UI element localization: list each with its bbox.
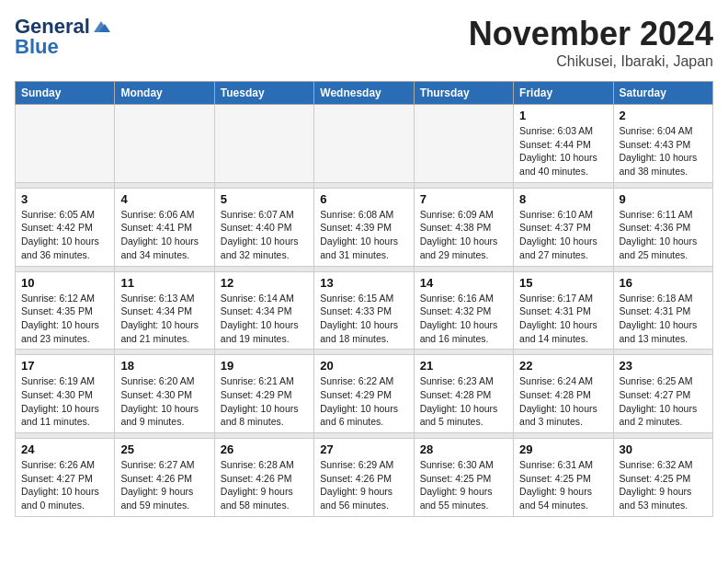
day-info: Sunrise: 6:21 AM Sunset: 4:29 PM Dayligh… xyxy=(221,374,308,429)
day-info: Sunrise: 6:07 AM Sunset: 4:40 PM Dayligh… xyxy=(221,208,308,262)
day-number: 12 xyxy=(221,276,308,290)
day-info: Sunrise: 6:13 AM Sunset: 4:34 PM Dayligh… xyxy=(120,292,208,346)
logo-blue-text: Blue xyxy=(15,35,59,59)
day-number: 17 xyxy=(21,359,108,373)
calendar-cell: 15Sunrise: 6:17 AM Sunset: 4:31 PM Dayli… xyxy=(514,271,613,350)
day-info: Sunrise: 6:14 AM Sunset: 4:34 PM Dayligh… xyxy=(221,292,308,346)
weekday-header: Monday xyxy=(115,82,214,105)
day-info: Sunrise: 6:30 AM Sunset: 4:25 PM Dayligh… xyxy=(420,458,507,512)
day-number: 6 xyxy=(320,192,407,206)
calendar-cell: 3Sunrise: 6:05 AM Sunset: 4:42 PM Daylig… xyxy=(16,188,115,266)
day-number: 9 xyxy=(620,192,707,206)
calendar-cell: 17Sunrise: 6:19 AM Sunset: 4:30 PM Dayli… xyxy=(16,355,115,433)
calendar-cell xyxy=(115,105,214,183)
day-info: Sunrise: 6:28 AM Sunset: 4:26 PM Dayligh… xyxy=(221,458,308,512)
day-number: 26 xyxy=(221,442,308,456)
calendar-cell: 21Sunrise: 6:23 AM Sunset: 4:28 PM Dayli… xyxy=(414,355,513,433)
calendar-cell: 26Sunrise: 6:28 AM Sunset: 4:26 PM Dayli… xyxy=(214,439,313,517)
calendar-header-row: SundayMondayTuesdayWednesdayThursdayFrid… xyxy=(16,82,713,105)
calendar-cell: 11Sunrise: 6:13 AM Sunset: 4:34 PM Dayli… xyxy=(115,271,214,350)
day-info: Sunrise: 6:25 AM Sunset: 4:27 PM Dayligh… xyxy=(620,374,707,429)
day-number: 13 xyxy=(320,276,407,290)
day-info: Sunrise: 6:15 AM Sunset: 4:33 PM Dayligh… xyxy=(320,292,407,346)
day-number: 8 xyxy=(519,192,607,206)
calendar-cell: 25Sunrise: 6:27 AM Sunset: 4:26 PM Dayli… xyxy=(115,439,214,517)
calendar-cell xyxy=(414,105,513,183)
calendar-cell: 18Sunrise: 6:20 AM Sunset: 4:30 PM Dayli… xyxy=(115,355,214,433)
calendar-cell: 8Sunrise: 6:10 AM Sunset: 4:37 PM Daylig… xyxy=(514,188,613,266)
calendar-cell: 28Sunrise: 6:30 AM Sunset: 4:25 PM Dayli… xyxy=(414,439,513,517)
day-info: Sunrise: 6:03 AM Sunset: 4:44 PM Dayligh… xyxy=(519,124,607,178)
calendar-cell xyxy=(314,105,414,183)
logo: General Blue xyxy=(15,15,110,59)
day-number: 7 xyxy=(420,192,507,206)
day-number: 24 xyxy=(21,442,108,456)
calendar-week-row: 3Sunrise: 6:05 AM Sunset: 4:42 PM Daylig… xyxy=(16,188,713,266)
calendar-cell: 6Sunrise: 6:08 AM Sunset: 4:39 PM Daylig… xyxy=(314,188,414,266)
day-number: 5 xyxy=(221,192,308,206)
day-number: 23 xyxy=(620,359,707,373)
calendar-table: SundayMondayTuesdayWednesdayThursdayFrid… xyxy=(15,81,713,517)
weekday-header: Wednesday xyxy=(314,82,414,105)
calendar-cell: 4Sunrise: 6:06 AM Sunset: 4:41 PM Daylig… xyxy=(115,188,214,266)
calendar-cell: 9Sunrise: 6:11 AM Sunset: 4:36 PM Daylig… xyxy=(613,188,712,266)
day-info: Sunrise: 6:17 AM Sunset: 4:31 PM Dayligh… xyxy=(519,292,607,346)
day-number: 11 xyxy=(120,276,208,290)
calendar-cell xyxy=(16,105,115,183)
logo-icon xyxy=(92,19,110,34)
day-number: 14 xyxy=(420,276,507,290)
day-info: Sunrise: 6:04 AM Sunset: 4:43 PM Dayligh… xyxy=(620,124,707,178)
day-number: 27 xyxy=(320,442,407,456)
calendar-cell: 16Sunrise: 6:18 AM Sunset: 4:31 PM Dayli… xyxy=(613,271,712,350)
day-info: Sunrise: 6:10 AM Sunset: 4:37 PM Dayligh… xyxy=(519,208,607,262)
location: Chikusei, Ibaraki, Japan xyxy=(469,53,713,70)
calendar-cell: 20Sunrise: 6:22 AM Sunset: 4:29 PM Dayli… xyxy=(314,355,414,433)
calendar-cell: 12Sunrise: 6:14 AM Sunset: 4:34 PM Dayli… xyxy=(214,271,313,350)
day-number: 2 xyxy=(620,109,707,122)
calendar-cell: 5Sunrise: 6:07 AM Sunset: 4:40 PM Daylig… xyxy=(214,188,313,266)
calendar-cell: 24Sunrise: 6:26 AM Sunset: 4:27 PM Dayli… xyxy=(16,439,115,517)
day-info: Sunrise: 6:27 AM Sunset: 4:26 PM Dayligh… xyxy=(120,458,208,512)
weekday-header: Thursday xyxy=(414,82,513,105)
day-number: 3 xyxy=(21,192,108,206)
calendar-cell: 14Sunrise: 6:16 AM Sunset: 4:32 PM Dayli… xyxy=(414,271,513,350)
weekday-header: Friday xyxy=(514,82,613,105)
calendar-cell: 1Sunrise: 6:03 AM Sunset: 4:44 PM Daylig… xyxy=(514,105,613,183)
month-title: November 2024 xyxy=(469,15,713,53)
day-number: 29 xyxy=(519,442,607,456)
day-info: Sunrise: 6:19 AM Sunset: 4:30 PM Dayligh… xyxy=(21,374,108,429)
weekday-header: Sunday xyxy=(16,82,115,105)
calendar-cell xyxy=(214,105,313,183)
calendar-cell: 29Sunrise: 6:31 AM Sunset: 4:25 PM Dayli… xyxy=(514,439,613,517)
day-number: 28 xyxy=(420,442,507,456)
day-info: Sunrise: 6:09 AM Sunset: 4:38 PM Dayligh… xyxy=(420,208,507,262)
day-number: 25 xyxy=(120,442,208,456)
day-number: 22 xyxy=(519,359,607,373)
day-info: Sunrise: 6:12 AM Sunset: 4:35 PM Dayligh… xyxy=(21,292,108,346)
day-number: 4 xyxy=(120,192,208,206)
day-info: Sunrise: 6:29 AM Sunset: 4:26 PM Dayligh… xyxy=(320,458,407,512)
calendar-week-row: 17Sunrise: 6:19 AM Sunset: 4:30 PM Dayli… xyxy=(16,355,713,433)
day-info: Sunrise: 6:18 AM Sunset: 4:31 PM Dayligh… xyxy=(620,292,707,346)
weekday-header: Saturday xyxy=(613,82,712,105)
day-info: Sunrise: 6:24 AM Sunset: 4:28 PM Dayligh… xyxy=(519,374,607,429)
day-number: 15 xyxy=(519,276,607,290)
day-info: Sunrise: 6:22 AM Sunset: 4:29 PM Dayligh… xyxy=(320,374,407,429)
day-number: 16 xyxy=(620,276,707,290)
day-info: Sunrise: 6:11 AM Sunset: 4:36 PM Dayligh… xyxy=(620,208,707,262)
calendar-cell: 13Sunrise: 6:15 AM Sunset: 4:33 PM Dayli… xyxy=(314,271,414,350)
day-info: Sunrise: 6:32 AM Sunset: 4:25 PM Dayligh… xyxy=(620,458,707,512)
weekday-header: Tuesday xyxy=(214,82,313,105)
day-info: Sunrise: 6:26 AM Sunset: 4:27 PM Dayligh… xyxy=(21,458,108,512)
calendar-week-row: 1Sunrise: 6:03 AM Sunset: 4:44 PM Daylig… xyxy=(16,105,713,183)
day-number: 10 xyxy=(21,276,108,290)
day-number: 1 xyxy=(519,109,607,122)
day-info: Sunrise: 6:31 AM Sunset: 4:25 PM Dayligh… xyxy=(519,458,607,512)
calendar-cell: 2Sunrise: 6:04 AM Sunset: 4:43 PM Daylig… xyxy=(613,105,712,183)
day-number: 18 xyxy=(120,359,208,373)
day-info: Sunrise: 6:20 AM Sunset: 4:30 PM Dayligh… xyxy=(120,374,208,429)
day-number: 19 xyxy=(221,359,308,373)
calendar-cell: 22Sunrise: 6:24 AM Sunset: 4:28 PM Dayli… xyxy=(514,355,613,433)
day-info: Sunrise: 6:16 AM Sunset: 4:32 PM Dayligh… xyxy=(420,292,507,346)
calendar-cell: 7Sunrise: 6:09 AM Sunset: 4:38 PM Daylig… xyxy=(414,188,513,266)
